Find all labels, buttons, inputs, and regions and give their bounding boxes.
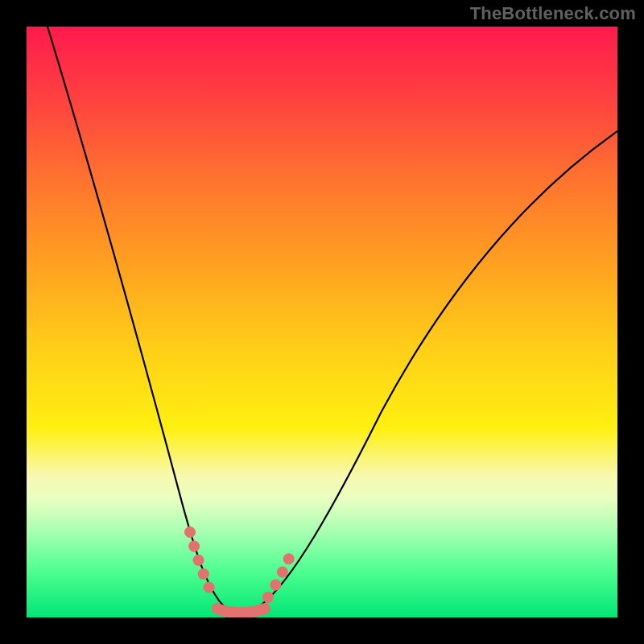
watermark-text: TheBottleneck.com (470, 3, 636, 24)
chart-gradient-area (27, 27, 617, 617)
curve-path (43, 27, 617, 613)
curve-highlight-bottom (217, 609, 265, 613)
curve-highlight-left (190, 532, 214, 597)
bottleneck-curve (27, 27, 617, 617)
